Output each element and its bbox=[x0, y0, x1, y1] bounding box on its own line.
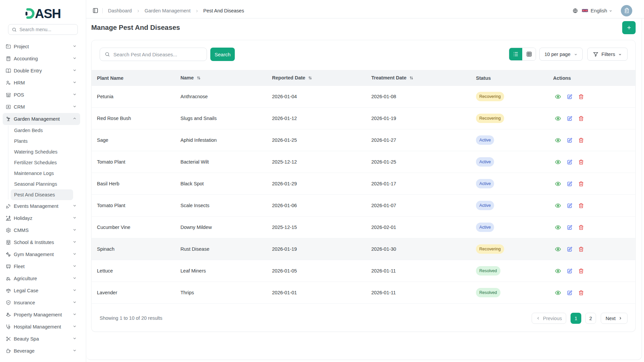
svg-text:ASH: ASH bbox=[35, 7, 61, 20]
